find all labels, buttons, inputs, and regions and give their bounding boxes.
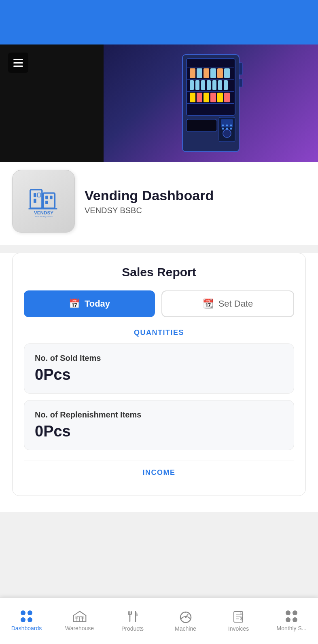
svg-point-60 [185, 616, 187, 618]
sales-report-title: Sales Report [24, 265, 294, 279]
svg-rect-14 [201, 80, 205, 90]
replenishment-card: No. of Replenishment Items 0Pcs [24, 400, 294, 450]
products-icon [127, 610, 139, 623]
svg-rect-12 [190, 80, 194, 90]
svg-point-31 [230, 125, 232, 127]
svg-text:Smart Vending Solution: Smart Vending Solution [35, 216, 53, 218]
profile-section: VENDSY Smart Vending Solution Vending Da… [0, 162, 318, 245]
svg-rect-28 [187, 119, 217, 131]
set-date-button[interactable]: 📆 Set Date [161, 290, 294, 317]
warehouse-icon [73, 610, 87, 623]
svg-point-27 [223, 129, 231, 138]
bottom-navigation: Dashboards Warehouse Products [0, 597, 318, 644]
invoices-nav-label: Invoices [228, 625, 249, 632]
svg-rect-11 [224, 68, 230, 78]
dashboard-title: Vending Dashboard [85, 188, 306, 203]
svg-rect-6 [190, 68, 195, 78]
vending-machine-image [166, 51, 255, 156]
dot-gray-3 [286, 617, 290, 622]
svg-rect-36 [239, 79, 242, 87]
products-nav-label: Products [121, 625, 144, 632]
nav-item-machine[interactable]: Machine [159, 598, 212, 644]
machine-icon [179, 610, 192, 623]
sold-items-label: No. of Sold Items [35, 354, 283, 363]
logo-card: VENDSY Smart Vending Solution [12, 170, 75, 233]
svg-rect-35 [239, 63, 242, 75]
calendar-today-icon: 📅 [69, 299, 80, 309]
sold-items-value: 0Pcs [35, 366, 283, 383]
svg-rect-52 [81, 616, 84, 619]
nav-item-invoices[interactable]: $ Invoices [212, 598, 265, 644]
dot-3 [21, 617, 25, 622]
svg-rect-8 [204, 68, 209, 78]
svg-rect-20 [197, 93, 202, 102]
sold-items-card: No. of Sold Items 0Pcs [24, 343, 294, 394]
hamburger-line-2 [13, 62, 23, 64]
svg-rect-18 [224, 80, 228, 90]
svg-rect-42 [45, 195, 48, 199]
hamburger-button[interactable] [8, 53, 28, 73]
nav-item-warehouse[interactable]: Warehouse [53, 598, 106, 644]
machine-nav-label: Machine [175, 625, 196, 632]
svg-rect-13 [195, 80, 199, 90]
svg-rect-9 [210, 68, 216, 78]
monthly-nav-label: Monthly S... [277, 625, 307, 631]
dot-4 [28, 617, 32, 622]
dashboards-icon [21, 610, 33, 623]
income-label: INCOME [24, 468, 294, 477]
hero-section [0, 44, 318, 162]
svg-rect-38 [34, 193, 36, 197]
quantities-label: QUANTITIES [24, 328, 294, 337]
svg-point-34 [230, 128, 232, 130]
sales-report-card: Sales Report 📅 Today 📆 Set Date QUANTITI… [12, 253, 306, 496]
svg-rect-39 [34, 199, 36, 203]
svg-rect-41 [43, 193, 55, 208]
company-name: VENDSY BSBC [85, 206, 306, 215]
calendar-set-icon: 📆 [203, 299, 214, 309]
svg-rect-16 [212, 80, 216, 90]
nav-item-dashboards[interactable]: Dashboards [0, 598, 53, 644]
today-label: Today [85, 299, 110, 309]
date-buttons-row: 📅 Today 📆 Set Date [24, 290, 294, 317]
hamburger-line-3 [13, 66, 23, 67]
vendsy-logo-image: VENDSY Smart Vending Solution [23, 183, 64, 220]
svg-rect-44 [45, 201, 48, 204]
svg-rect-24 [224, 93, 230, 102]
svg-rect-19 [190, 93, 195, 102]
nav-item-monthly[interactable]: Monthly S... [265, 598, 318, 644]
svg-rect-10 [217, 68, 223, 78]
hamburger-line-1 [13, 59, 23, 60]
svg-rect-15 [207, 80, 211, 90]
nav-spacer [0, 512, 318, 559]
dot-1 [21, 610, 25, 615]
logo-inner: VENDSY Smart Vending Solution [23, 183, 64, 220]
dot-gray-2 [293, 610, 297, 615]
invoices-icon: $ [233, 610, 244, 623]
warehouse-nav-label: Warehouse [65, 625, 94, 631]
svg-line-61 [181, 618, 182, 618]
dot-gray-4 [293, 617, 297, 622]
svg-rect-7 [197, 68, 202, 78]
main-content: Sales Report 📅 Today 📆 Set Date QUANTITI… [0, 253, 318, 512]
top-blue-bar [0, 0, 318, 44]
svg-point-32 [222, 128, 224, 130]
svg-rect-43 [50, 195, 53, 199]
svg-rect-5 [187, 103, 234, 104]
svg-rect-21 [204, 93, 209, 102]
svg-text:$: $ [240, 616, 243, 621]
svg-rect-2 [187, 67, 234, 68]
dot-2 [28, 610, 32, 615]
profile-info: Vending Dashboard VENDSY BSBC [85, 188, 306, 215]
nav-item-products[interactable]: Products [106, 598, 159, 644]
svg-rect-40 [38, 193, 40, 197]
svg-rect-4 [187, 91, 234, 92]
svg-rect-23 [217, 93, 223, 102]
svg-point-33 [226, 128, 228, 130]
svg-rect-17 [218, 80, 222, 90]
today-button[interactable]: 📅 Today [24, 290, 155, 317]
svg-point-30 [226, 125, 228, 127]
dashboards-nav-label: Dashboards [11, 625, 42, 631]
hero-vending-machine [104, 44, 318, 162]
svg-point-29 [222, 125, 224, 127]
dot-gray-1 [286, 610, 290, 615]
